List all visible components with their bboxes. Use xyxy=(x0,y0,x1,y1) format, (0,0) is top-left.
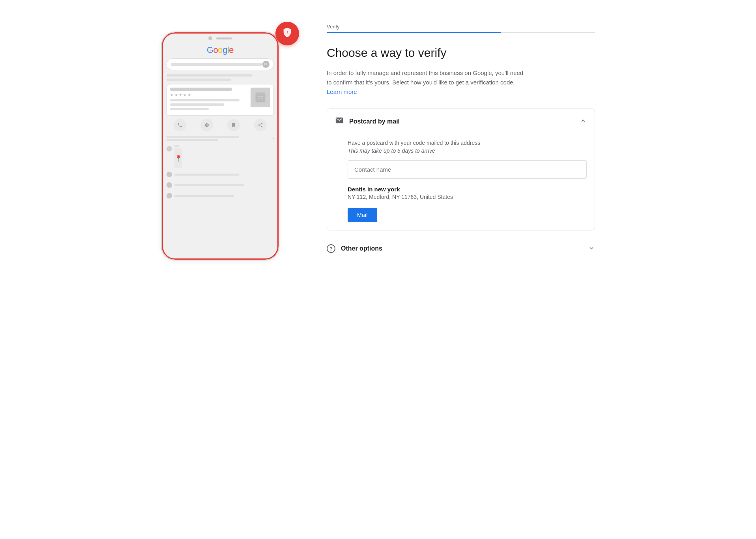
page-container: ! Google xyxy=(161,16,595,260)
phone-share-icon xyxy=(254,119,267,131)
phone-save-icon xyxy=(227,119,240,131)
phone-frame: Google xyxy=(161,32,279,260)
google-logo: Google xyxy=(207,45,234,55)
star-2: ★ xyxy=(174,93,178,97)
contact-name-input[interactable] xyxy=(348,160,587,179)
postcard-option-panel: Postcard by mail Have a postcard with yo… xyxy=(327,109,595,230)
postcard-chevron-up-icon xyxy=(580,117,587,126)
google-letter-g: G xyxy=(207,45,213,55)
google-letter-g2: g xyxy=(223,45,227,55)
phone-map-area: 📍 xyxy=(174,148,182,168)
shield-icon: ! xyxy=(282,27,293,41)
progress-track xyxy=(327,32,595,33)
mail-button[interactable]: Mail xyxy=(348,208,377,222)
location-icon xyxy=(167,146,172,152)
more-arrow-icon: › xyxy=(273,136,274,140)
progress-bar-container: Verify xyxy=(327,24,595,33)
postcard-body-desc: Have a postcard with your code mailed to… xyxy=(348,140,587,146)
website-lines xyxy=(174,195,274,197)
phone-section: ! Google xyxy=(161,24,295,260)
business-info: ★ ★ ★ ★ ★ xyxy=(170,88,247,112)
phone-search-icon xyxy=(262,61,269,68)
phone-search-bar xyxy=(167,58,274,70)
google-letter-o2: o xyxy=(218,45,223,55)
postcard-option-body: Have a postcard with your code mailed to… xyxy=(327,134,595,230)
phone-lines xyxy=(174,184,274,186)
phone-business-card: ★ ★ ★ ★ ★ xyxy=(167,84,274,116)
clock-icon xyxy=(167,172,172,177)
star-3: ★ xyxy=(179,93,182,97)
phone-action-icons xyxy=(167,119,274,131)
hours-lines xyxy=(174,174,274,176)
map-pin-icon: 📍 xyxy=(174,155,182,162)
business-name-line xyxy=(170,88,232,91)
phone-speaker xyxy=(216,37,232,39)
phone-map-section: 📍 xyxy=(167,145,274,168)
star-1: ★ xyxy=(170,93,174,97)
verify-title: Choose a way to verify xyxy=(327,45,595,60)
other-options-left: ? Other options xyxy=(327,244,382,253)
phone-website-row xyxy=(167,192,274,200)
learn-more-link[interactable]: Learn more xyxy=(327,88,357,95)
postcard-option-header[interactable]: Postcard by mail xyxy=(327,109,595,134)
business-thumbnail xyxy=(251,88,270,107)
verify-desc-text: In order to fully manage and represent t… xyxy=(327,69,523,86)
search-bar-line xyxy=(171,63,262,66)
star-5: ★ xyxy=(187,93,191,97)
phone-more-row-arrow: › xyxy=(167,135,274,142)
phone-hours-row xyxy=(167,170,274,179)
postcard-header-left: Postcard by mail xyxy=(335,116,400,127)
phone-directions-icon xyxy=(200,119,213,131)
business-address: NY-112, Medford, NY 11763, United States xyxy=(348,194,587,200)
phone-camera xyxy=(208,36,212,40)
other-options-chevron-down-icon xyxy=(588,245,595,253)
svg-text:!: ! xyxy=(286,30,288,35)
star-4: ★ xyxy=(183,93,187,97)
phone-number-row xyxy=(167,181,274,189)
progress-label: Verify xyxy=(327,24,595,30)
postcard-body-note: This may take up to 5 days to arrive xyxy=(348,148,587,154)
question-circle-icon: ? xyxy=(327,244,335,253)
verify-section: Verify Choose a way to verify In order t… xyxy=(327,24,595,260)
postcard-label: Postcard by mail xyxy=(349,118,400,125)
phone-top-bar xyxy=(162,32,279,43)
business-lines xyxy=(170,99,247,110)
envelope-icon xyxy=(335,116,344,127)
google-letter-o1: o xyxy=(213,45,218,55)
phone-more-info: › 📍 xyxy=(167,135,274,200)
more-info-lines xyxy=(167,136,270,141)
verify-description: In order to fully manage and represent t… xyxy=(327,68,524,97)
other-options-panel[interactable]: ? Other options xyxy=(327,237,595,260)
business-name-block: Dentis in new york NY-112, Medford, NY 1… xyxy=(348,186,587,200)
phone-number-icon xyxy=(167,182,172,188)
phone-call-icon xyxy=(174,119,186,131)
google-logo-area: Google xyxy=(167,45,274,55)
phone-content: Google xyxy=(162,43,279,208)
star-row: ★ ★ ★ ★ ★ xyxy=(170,93,247,97)
other-options-label: Other options xyxy=(341,245,382,252)
shield-badge: ! xyxy=(275,22,299,45)
website-icon xyxy=(167,193,172,198)
phone-content-lines-top xyxy=(167,74,274,81)
progress-fill xyxy=(327,32,501,33)
business-name: Dentis in new york xyxy=(348,186,587,193)
google-letter-e: e xyxy=(229,45,234,55)
